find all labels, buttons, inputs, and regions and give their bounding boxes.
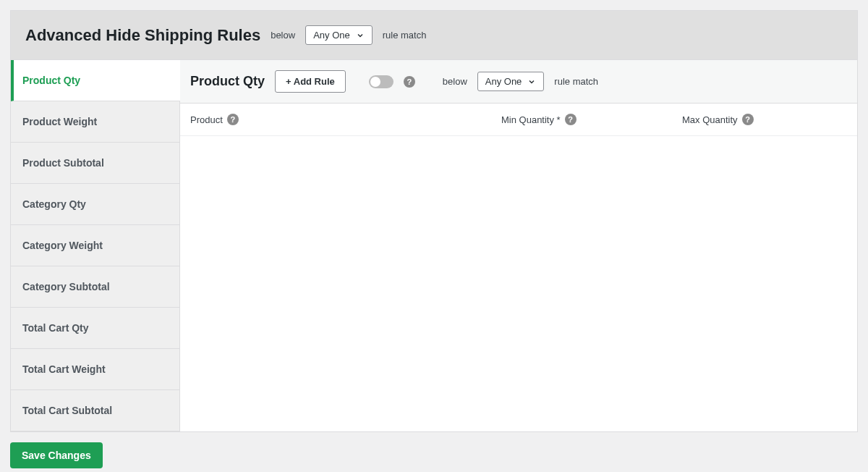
column-min-qty: Min Quantity * ? [501, 114, 639, 125]
header-ruletype-select[interactable]: Any One [305, 25, 373, 45]
sidebar-item-total-cart-qty[interactable]: Total Cart Qty [11, 308, 180, 349]
sidebar-item-category-weight[interactable]: Category Weight [11, 225, 180, 266]
sidebar-item-product-qty[interactable]: Product Qty [11, 60, 180, 101]
rule-toggle[interactable] [369, 75, 393, 88]
chevron-down-icon [356, 31, 365, 40]
rules-empty-body [180, 136, 857, 411]
page-title: Advanced Hide Shipping Rules [25, 26, 260, 45]
header-rule-match-label: rule match [383, 30, 427, 41]
page-header: Advanced Hide Shipping Rules below Any O… [11, 11, 857, 60]
sidebar-item-total-cart-subtotal[interactable]: Total Cart Subtotal [11, 390, 180, 431]
content-title: Product Qty [190, 74, 265, 89]
sidebar-item-category-subtotal[interactable]: Category Subtotal [11, 266, 180, 308]
content-ruletype-select[interactable]: Any One [477, 72, 545, 91]
rules-sidebar: Product QtyProduct WeightProduct Subtota… [11, 60, 180, 431]
help-icon[interactable]: ? [404, 76, 415, 88]
sidebar-item-product-subtotal[interactable]: Product Subtotal [11, 143, 180, 184]
sidebar-item-category-qty[interactable]: Category Qty [11, 184, 180, 225]
content-below-label: below [443, 76, 467, 87]
help-icon[interactable]: ? [227, 114, 239, 125]
header-ruletype-value: Any One [313, 30, 350, 41]
footer: Save Changes [10, 432, 858, 472]
sidebar-item-total-cart-weight[interactable]: Total Cart Weight [11, 349, 180, 390]
column-max-qty: Max Quantity ? [682, 114, 805, 125]
add-rule-button[interactable]: + Add Rule [275, 70, 346, 93]
content-ruletype-value: Any One [485, 76, 522, 87]
column-min-qty-label: Min Quantity * [501, 114, 561, 125]
chevron-down-icon [527, 77, 536, 86]
column-max-qty-label: Max Quantity [682, 114, 738, 125]
content-rule-match-label: rule match [554, 76, 598, 87]
content-header: Product Qty + Add Rule ? below Any One r… [180, 60, 857, 104]
column-product: Product ? [190, 114, 458, 125]
column-product-label: Product [190, 114, 223, 125]
rules-columns-header: Product ? Min Quantity * ? Max Quantity … [180, 104, 857, 136]
save-changes-button[interactable]: Save Changes [10, 442, 103, 468]
rules-content: Product Qty + Add Rule ? below Any One r… [180, 60, 857, 431]
header-below-label: below [271, 30, 295, 41]
help-icon[interactable]: ? [565, 114, 576, 125]
sidebar-item-product-weight[interactable]: Product Weight [11, 101, 180, 143]
help-icon[interactable]: ? [742, 114, 754, 125]
